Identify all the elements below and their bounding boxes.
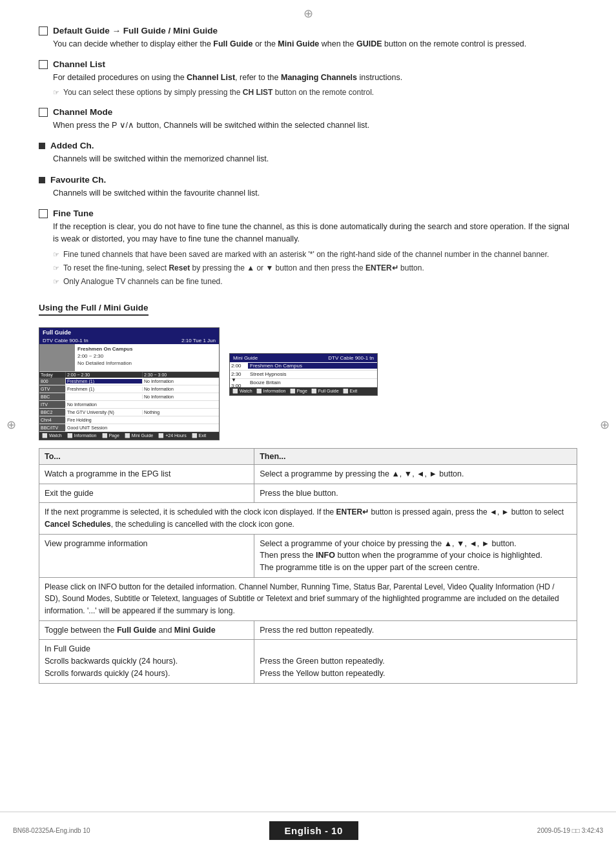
bottom-right-text: 2009-05-19 □□ 3:42:43 bbox=[537, 827, 603, 834]
section-title-channel-list: Channel List bbox=[53, 59, 105, 69]
note-icon-3: ☞ bbox=[53, 263, 59, 274]
mg-footer: ⬜ Watch⬜ Information⬜ Page⬜ Full Guide⬜ … bbox=[230, 387, 377, 395]
table-cell-view-info-then: Select a programme of your choice by pre… bbox=[254, 534, 577, 577]
crosshair-top-icon: ⊕ bbox=[303, 6, 313, 21]
section-title-channel-mode: Channel Mode bbox=[53, 107, 112, 117]
section-title-fine-tune: Fine Tune bbox=[53, 209, 94, 218]
table-cell-info-2: Please click on INFO button for the deta… bbox=[39, 577, 577, 620]
full-guide-screenshot: Full Guide DTV Cable 900-1 tn2:10 Tue 1 … bbox=[39, 327, 220, 440]
table-cell-scroll: In Full Guide Scrolls backwards quickly … bbox=[39, 640, 254, 683]
section-body-fine-tune: If the reception is clear, you do not ha… bbox=[39, 221, 577, 287]
table-header-col2: Then... bbox=[254, 448, 577, 464]
mini-guide-screenshot: Mini GuideDTV Cable 900-1 tn 2:00Freshme… bbox=[229, 353, 378, 396]
note-text-fine-tune-1: Fine tuned channels that have been saved… bbox=[63, 249, 549, 260]
checkbox-icon-2 bbox=[39, 60, 48, 69]
mg-title-bar: Mini GuideDTV Cable 900-1 tn bbox=[230, 354, 377, 362]
square-icon-2 bbox=[39, 177, 45, 183]
section-title-favourite-ch: Favourite Ch. bbox=[50, 175, 106, 185]
table-row: Toggle between the Full Guide and Mini G… bbox=[39, 620, 577, 640]
guide-table: To... Then... Watch a programme in the E… bbox=[39, 448, 577, 684]
table-row-info-2: Please click on INFO button for the deta… bbox=[39, 577, 577, 620]
section-title-added-ch: Added Ch. bbox=[50, 141, 94, 150]
note-icon-1: ☞ bbox=[53, 87, 59, 98]
fg-body: Freshmen On Campus 2:00 ~ 2:30 No Detail… bbox=[39, 344, 219, 371]
fg-desc: Freshmen On Campus 2:00 ~ 2:30 No Detail… bbox=[75, 344, 135, 371]
note-icon-2: ☞ bbox=[53, 249, 59, 260]
checkbox-icon-3 bbox=[39, 108, 48, 117]
fg-info-row: DTV Cable 900-1 tn2:10 Tue 1 Jun bbox=[39, 337, 219, 344]
table-row: View programme information Select a prog… bbox=[39, 534, 577, 577]
table-cell-toggle: Toggle between the Full Guide and Mini G… bbox=[39, 620, 254, 640]
section-channel-mode: Channel Mode When press the P ∨/∧ button… bbox=[39, 107, 577, 132]
section-body-favourite-ch: Channels will be switched within the fav… bbox=[39, 187, 577, 199]
note-text-fine-tune-2: To reset the fine-tuning, select Reset b… bbox=[63, 262, 424, 274]
fg-thumbnail bbox=[39, 344, 75, 371]
bottom-center: English - 10 bbox=[269, 821, 358, 840]
note-text-fine-tune-3: Only Analogue TV channels can be fine tu… bbox=[63, 276, 223, 287]
section-fine-tune: Fine Tune If the reception is clear, you… bbox=[39, 209, 577, 287]
note-text-1: You can select these options by simply p… bbox=[63, 87, 374, 98]
table-cell-watch-prog-then: Select a programme by pressing the ▲, ▼,… bbox=[254, 464, 577, 484]
checkbox-icon bbox=[39, 26, 48, 36]
bottom-left-text: BN68-02325A-Eng.indb 10 bbox=[13, 827, 90, 834]
table-row: In Full Guide Scrolls backwards quickly … bbox=[39, 640, 577, 683]
section-title-default-guide: Default Guide → Full Guide / Mini Guide bbox=[53, 26, 218, 36]
section-body-channel-list: For detailed procedures on using the Cha… bbox=[39, 72, 577, 97]
checkbox-icon-4 bbox=[39, 209, 48, 218]
table-row-info: If the next programme is selected, it is… bbox=[39, 503, 577, 534]
fg-grid: Today 2:00 ~ 2:30 2:30 ~ 3:00 800Freshme… bbox=[39, 371, 219, 432]
table-cell-scroll-then: Press the Green button repeatedly. Press… bbox=[254, 640, 577, 683]
table-cell-exit-guide-then: Press the blue button. bbox=[254, 484, 577, 503]
english-badge: English - 10 bbox=[269, 821, 358, 840]
guide-section-title: Using the Full / Mini Guide bbox=[39, 303, 149, 316]
section-default-guide: Default Guide → Full Guide / Mini Guide … bbox=[39, 26, 577, 50]
table-cell-info-1: If the next programme is selected, it is… bbox=[39, 503, 577, 534]
table-row: Watch a programme in the EPG list Select… bbox=[39, 464, 577, 484]
fg-grid-header: Today 2:00 ~ 2:30 2:30 ~ 3:00 bbox=[39, 372, 219, 378]
fg-title-bar: Full Guide bbox=[39, 328, 219, 337]
table-row: Exit the guide Press the blue button. bbox=[39, 484, 577, 503]
section-added-ch: Added Ch. Channels will be switched with… bbox=[39, 141, 577, 165]
fg-footer: ⬜ Watch⬜ Information⬜ Page⬜ Mini Guide⬜ … bbox=[39, 432, 219, 440]
crosshair-left-icon: ⊕ bbox=[6, 418, 16, 432]
crosshair-right-icon: ⊕ bbox=[600, 418, 610, 432]
bottom-bar: BN68-02325A-Eng.indb 10 English - 10 200… bbox=[0, 812, 616, 849]
section-body-default-guide: You can decide whether to display either… bbox=[39, 38, 577, 50]
table-header-col1: To... bbox=[39, 448, 254, 464]
table-cell-view-info: View programme information bbox=[39, 534, 254, 577]
section-body-added-ch: Channels will be switched within the mem… bbox=[39, 153, 577, 165]
table-cell-toggle-then: Press the red button repeatedly. bbox=[254, 620, 577, 640]
section-body-channel-mode: When press the P ∨/∧ button, Channels wi… bbox=[39, 119, 577, 132]
section-favourite-ch: Favourite Ch. Channels will be switched … bbox=[39, 175, 577, 199]
note-icon-4: ☞ bbox=[53, 276, 59, 287]
table-cell-watch-prog: Watch a programme in the EPG list bbox=[39, 464, 254, 484]
page-container: ⊕ ⊕ ⊕ Default Guide → Full Guide / Mini … bbox=[0, 0, 616, 849]
section-channel-list: Channel List For detailed procedures on … bbox=[39, 59, 577, 97]
guide-screenshots: Full Guide DTV Cable 900-1 tn2:10 Tue 1 … bbox=[39, 327, 577, 440]
square-icon-1 bbox=[39, 143, 45, 149]
table-cell-exit-guide: Exit the guide bbox=[39, 484, 254, 503]
